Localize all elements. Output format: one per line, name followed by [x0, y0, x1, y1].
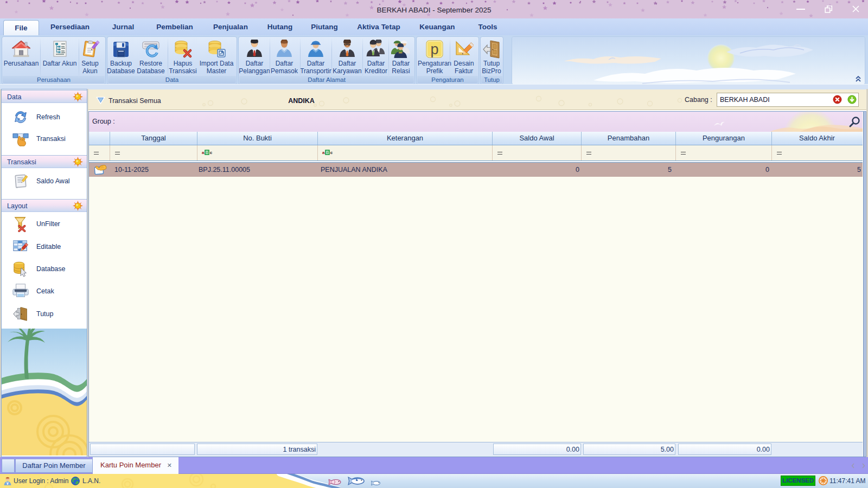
svg-text:p: p — [430, 41, 438, 57]
